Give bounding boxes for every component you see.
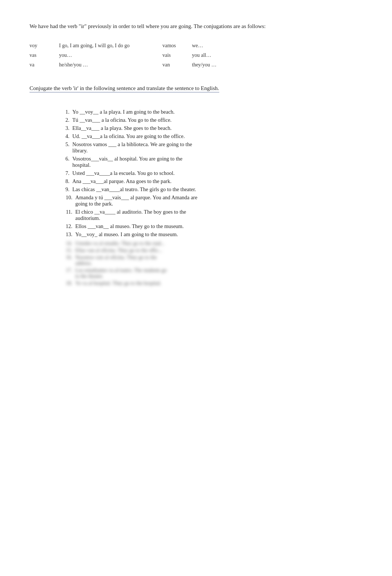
conjugation-table: voy I go, I am going, I will go, I do go… [30,42,362,69]
item-text: Ud. __va___a la oficina. You are going t… [72,133,185,139]
list-item: 4. Ud. __va___a la oficina. You are goin… [59,133,362,139]
item-text: Nosotros vamos ___ a la biblioteca. We a… [72,141,192,148]
list-item: 10. Amanda y tú ___vais___ al parque. Yo… [59,194,362,201]
list-item: 1. Yo __voy__ a la playa. I am going to … [59,109,362,115]
intro-paragraph: We have had the verb "ir" previously in … [30,22,281,31]
blurred-item-14: 14. Ustedes va al estadio. They go to th… [59,241,362,246]
blurred-num: 14. [59,241,72,246]
item-text: Ana ___va___al parque. Ana goes to the p… [72,178,172,184]
list-item-continuation: going to the park. [75,201,362,207]
item-num: 3. [59,125,69,131]
item-num: 2. [59,117,69,123]
item-text: Yo __voy__ a la playa. I am going to the… [72,109,175,115]
item-text: Ella__va___ a la playa. She goes to the … [72,125,172,131]
item-text: El chico __va____ al auditorio. The boy … [75,209,186,215]
section-heading: Conjugate the verb 'ir' in the following… [30,85,219,93]
item-text: Tú __vas___ a la oficina. You go to the … [72,117,172,123]
blurred-text: Yo va al hospital. They go to the hospit… [75,280,161,286]
item-num: 6. [59,156,69,162]
list-item-continuation: auditorium. [75,215,362,221]
pronoun-2: vas [30,51,59,59]
pronoun-3: va [30,61,59,69]
list-item: 13. Yo__voy_ al museo. I am going to the… [59,231,362,238]
list-item: 5. Nosotros vamos ___ a la biblioteca. W… [59,141,362,148]
item-num: 9. [59,186,69,193]
list-item: 2. Tú __vas___ a la oficina. You go to t… [59,117,362,123]
list-item-continuation: library. [72,148,362,154]
blurred-item-17: 17. Los estudiantes va al teatro. The st… [59,268,362,273]
item-num: 1. [59,109,69,115]
conjugation-pl-2: vais [162,51,192,59]
meaning-2: you… [59,51,162,59]
item-num: 13. [59,231,72,238]
item-text: Las chicas __van____al teatro. The girls… [72,186,196,193]
conjugation-pl-1: vamos [162,42,192,50]
blurred-num: 18. [59,280,72,286]
item-text: Amanda y tú ___vais___ al parque. You an… [75,194,197,201]
item-num: 7. [59,170,69,176]
meaning-1: I go, I am going, I will go, I do go [59,42,162,50]
blurred-section: 14. Ustedes va al estadio. They go to th… [59,241,362,286]
item-num: 11. [59,209,72,215]
meaning-pl-2: you all… [192,51,236,59]
item-text: Vosotros___vais__ al hospital. You are g… [72,156,182,162]
blurred-item-16: 16. Nosotros vais al oficina. They go to… [59,255,362,261]
conjugation-pl-3: van [162,61,192,69]
item-text: Ellos ___van__ al museo. They go to the … [75,223,184,230]
list-item-continuation: hospital. [72,162,362,168]
list-item: 11. El chico __va____ al auditorio. The … [59,209,362,215]
list-item: 12. Ellos ___van__ al museo. They go to … [59,223,362,230]
blurred-continuation: to the theater. [75,273,362,279]
item-num: 4. [59,133,69,139]
blurred-num: 17. [59,268,72,273]
item-num: 5. [59,141,69,148]
item-text: Usted ___va____a la escuela. You go to s… [72,170,175,176]
section-heading-wrapper: Conjugate the verb 'ir' in the following… [30,84,362,93]
list-item: 7. Usted ___va____a la escuela. You go t… [59,170,362,176]
item-num: 12. [59,223,72,230]
blurred-item-18: 18. Yo va al hospital. They go to the ho… [59,280,362,286]
blurred-text: Ellas van al oficina. They go to the off… [75,248,162,253]
blurred-text: Nosotros vais al oficina. They go to the [75,255,157,261]
blurred-text: Los estudiantes va al teatro. The studen… [75,268,167,273]
item-num: 10. [59,194,72,201]
item-num: 8. [59,178,69,184]
pronoun-1: voy [30,42,59,50]
meaning-pl-1: we… [192,42,236,50]
blurred-num: 16. [59,255,72,261]
list-item: 6. Vosotros___vais__ al hospital. You ar… [59,156,362,162]
blurred-text: Ustedes va al estadio. They go to the st… [75,241,165,246]
meaning-3: he/she/you … [59,61,162,69]
item-text: Yo__voy_ al museo. I am going to the mus… [75,231,178,238]
list-item: 3. Ella__va___ a la playa. She goes to t… [59,125,362,131]
meaning-pl-3: they/you … [192,61,236,69]
blurred-num: 15. [59,248,72,253]
blurred-continuation: address. [75,261,362,266]
list-item: 9. Las chicas __van____al teatro. The gi… [59,186,362,193]
list-item: 8. Ana ___va___al parque. Ana goes to th… [59,178,362,184]
blurred-item-15: 15. Ellas van al oficina. They go to the… [59,248,362,253]
